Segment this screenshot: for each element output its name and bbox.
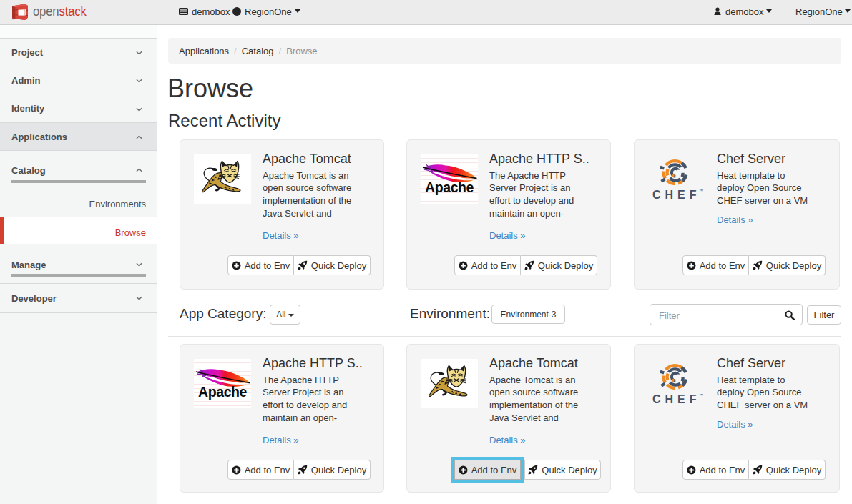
svg-text:Apache: Apache [198,384,248,400]
svg-text:CHEF: CHEF [652,393,701,405]
svg-text:™: ™ [699,189,703,193]
svg-text:CHEF: CHEF [652,189,701,201]
svg-text:™: ™ [699,393,703,397]
svg-text:Apache: Apache [425,179,474,195]
